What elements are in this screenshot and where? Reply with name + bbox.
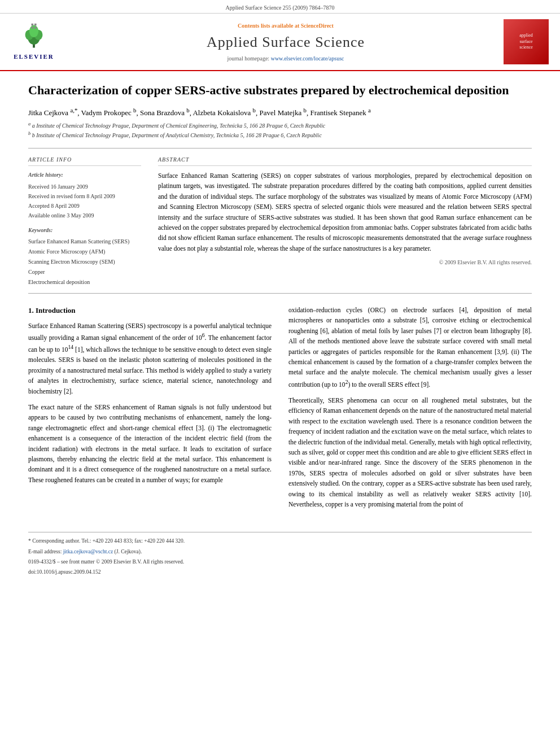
divider-2 [28,293,532,294]
keywords-list: Surface Enhanced Raman Scattering (SERS)… [28,237,141,287]
abstract-label: ABSTRACT [158,155,532,166]
elsevier-tree-icon [20,22,48,50]
email-link[interactable]: jitka.cejkova@vscht.cz [63,549,113,554]
footnote-email: E-mail address: jitka.cejkova@vscht.cz (… [28,548,532,556]
article-info-abstract: ARTICLE INFO Article history: Received 1… [28,155,532,287]
article-info-col: ARTICLE INFO Article history: Received 1… [28,155,141,287]
history-label: Article history: [28,171,141,179]
keywords-label: Keywords: [28,226,141,234]
authors-line: Jitka Cejkova a,*, Vadym Prokopec b, Son… [28,106,532,119]
body-col2-para1: oxidation–reduction cycles (ORC) on elec… [288,305,532,390]
elsevier-logo: ELSEVIER [11,22,56,62]
journal-logo-text: applied surface science [519,33,533,50]
elsevier-wordmark: ELSEVIER [14,52,54,62]
body-col1-para1: Surface Enhanced Raman Scattering (SERS)… [28,321,272,396]
copyright-line: © 2009 Elsevier B.V. All rights reserved… [158,258,532,267]
body-col-left: 1. Introduction Surface Enhanced Raman S… [28,305,272,515]
article-dates: Received 16 January 2009 Received in rev… [28,182,141,220]
svg-point-4 [29,25,38,38]
journal-header: ELSEVIER Contents lists available at Sci… [0,14,560,71]
abstract-col: ABSTRACT Surface Enhanced Raman Scatteri… [158,155,532,287]
body-col-right: oxidation–reduction cycles (ORC) on elec… [288,305,532,515]
divider-1 [28,148,532,148]
footnote-corresponding: * Corresponding author. Tel.: +420 220 4… [28,537,532,545]
body-col2-para2: Theoretically, SERS phenomena can occur … [288,395,532,509]
homepage-url[interactable]: www.elsevier.com/locate/apsusc [271,55,344,62]
sciencedirect-info: Contents lists available at ScienceDirec… [68,21,504,30]
body-content: 1. Introduction Surface Enhanced Raman S… [28,305,532,515]
footnotes: * Corresponding author. Tel.: +420 220 4… [28,532,532,576]
journal-center-info: Contents lists available at ScienceDirec… [68,21,504,63]
sciencedirect-link-text[interactable]: ScienceDirect [301,23,334,29]
page-container: Applied Surface Science 255 (2009) 7864–… [0,0,560,595]
abstract-text: Surface Enhanced Raman Scattering (SERS)… [158,171,532,254]
affiliations: a a Institute of Chemical Technology Pra… [28,121,532,139]
svg-rect-7 [31,27,33,29]
svg-rect-8 [34,27,37,29]
section1-title: 1. Introduction [28,305,272,316]
main-content: Characterization of copper SERS-active s… [0,71,560,595]
journal-title: Applied Surface Science [68,31,504,53]
svg-rect-6 [34,24,37,26]
body-col1-para2: The exact nature of the SERS enhancement… [28,402,272,485]
article-info-label: ARTICLE INFO [28,155,141,166]
article-title: Characterization of copper SERS-active s… [28,82,532,99]
footnote-doi: doi:10.1016/j.apsusc.2009.04.152 [28,568,532,576]
svg-rect-5 [31,24,33,26]
journal-top-bar: Applied Surface Science 255 (2009) 7864–… [0,0,560,14]
journal-homepage: journal homepage: www.elsevier.com/locat… [68,54,504,63]
journal-logo-right: applied surface science [504,19,549,64]
journal-citation: Applied Surface Science 255 (2009) 7864–… [225,5,334,11]
footnote-issn: 0169-4332/$ – see front matter © 2009 El… [28,558,532,566]
